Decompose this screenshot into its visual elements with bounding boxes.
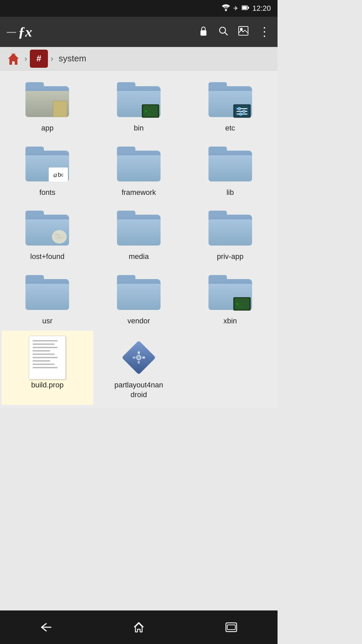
status-bar: ✈ 12:20 xyxy=(0,0,278,17)
svg-rect-26 xyxy=(138,361,140,364)
svg-rect-10 xyxy=(11,53,15,57)
svg-rect-3 xyxy=(242,6,247,9)
gallery-icon[interactable] xyxy=(238,26,248,38)
list-item[interactable]: etc xyxy=(184,74,276,138)
svg-point-19 xyxy=(239,113,242,115)
wifi-icon xyxy=(222,4,230,13)
folder-icon-bin: >_ xyxy=(117,80,161,121)
file-grid-container: app >_ bin xyxy=(0,70,278,610)
folder-icon-privapp xyxy=(208,209,252,249)
file-icon-buildprop xyxy=(25,337,69,378)
folder-icon-fonts: a b c xyxy=(25,145,69,185)
svg-rect-7 xyxy=(239,26,248,35)
list-item[interactable]: lib xyxy=(184,138,276,203)
lock-icon[interactable] xyxy=(199,25,208,39)
file-icon-partlayout xyxy=(117,337,161,378)
recents-button[interactable] xyxy=(218,614,245,641)
svg-point-24 xyxy=(137,356,140,359)
folder-icon-framework xyxy=(117,145,161,185)
list-item[interactable]: build.prop xyxy=(2,331,93,405)
breadcrumb-chevron-2: › xyxy=(51,54,53,63)
list-item[interactable]: a b c fonts xyxy=(2,138,93,203)
svg-text:>_: >_ xyxy=(144,108,150,114)
folder-icon-etc xyxy=(208,80,252,121)
list-item[interactable]: app xyxy=(2,74,93,138)
time-display: 12:20 xyxy=(252,4,271,13)
search-icon[interactable] xyxy=(218,26,228,38)
home-button[interactable] xyxy=(5,50,22,67)
toolbar: — ƒx ⋮ xyxy=(0,17,278,47)
folder-icon-lib xyxy=(208,145,252,185)
list-item[interactable]: usr xyxy=(2,267,93,331)
svg-point-0 xyxy=(225,9,227,11)
list-item[interactable]: framework xyxy=(93,138,185,203)
list-item[interactable]: partlayout4nandroid xyxy=(93,331,185,405)
svg-rect-27 xyxy=(133,357,135,359)
svg-rect-2 xyxy=(248,7,249,9)
folder-icon-lostfound xyxy=(25,209,69,249)
back-button[interactable] xyxy=(33,614,60,641)
breadcrumb: › # › system xyxy=(0,47,278,70)
svg-rect-4 xyxy=(200,30,206,36)
folder-icon-media xyxy=(117,209,161,249)
file-grid: app >_ bin xyxy=(0,70,278,408)
list-item[interactable]: media xyxy=(93,202,185,267)
list-item[interactable]: lost+found xyxy=(2,202,93,267)
root-indicator[interactable]: # xyxy=(30,50,48,68)
logo-dash: — xyxy=(7,26,16,37)
svg-point-18 xyxy=(243,110,245,113)
current-directory: system xyxy=(59,53,86,64)
list-item[interactable]: >_ xbin xyxy=(184,267,276,331)
battery-icon xyxy=(242,5,249,12)
svg-point-5 xyxy=(220,27,226,33)
folder-icon-app xyxy=(25,80,69,121)
toolbar-actions: ⋮ xyxy=(199,25,271,39)
home-button[interactable] xyxy=(125,614,152,641)
breadcrumb-chevron-1: › xyxy=(24,54,27,63)
navigation-bar xyxy=(0,610,278,644)
status-icons: ✈ 12:20 xyxy=(222,4,271,13)
list-item[interactable]: vendor xyxy=(93,267,185,331)
svg-point-17 xyxy=(238,107,241,110)
logo-text: ƒx xyxy=(18,24,32,40)
svg-line-6 xyxy=(225,33,228,35)
folder-icon-usr xyxy=(25,273,69,314)
list-item[interactable]: priv-app xyxy=(184,202,276,267)
list-item[interactable]: >_ bin xyxy=(93,74,185,138)
folder-icon-vendor xyxy=(117,273,161,314)
app-logo: — ƒx xyxy=(7,24,192,40)
more-icon[interactable]: ⋮ xyxy=(258,25,271,39)
svg-text:>_: >_ xyxy=(236,301,242,307)
airplane-icon: ✈ xyxy=(233,5,238,12)
folder-icon-xbin: >_ xyxy=(208,273,252,314)
svg-rect-33 xyxy=(227,625,235,630)
